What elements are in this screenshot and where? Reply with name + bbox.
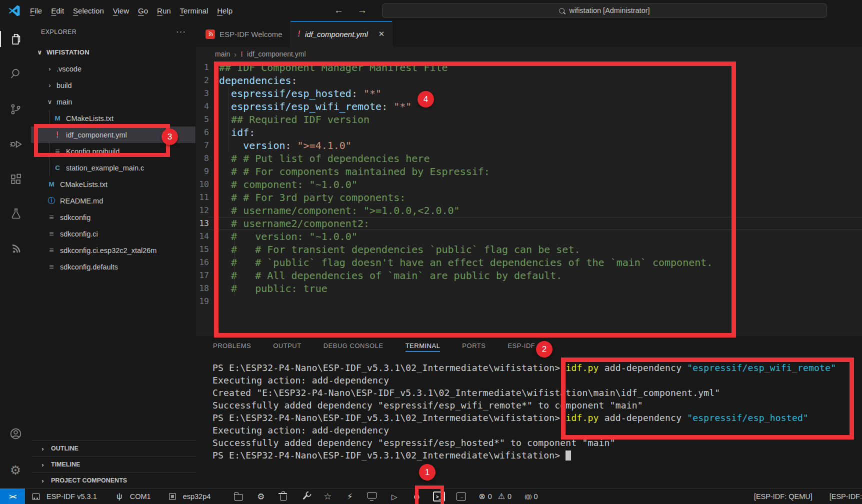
tree-root-label: WIFISTATION (46, 48, 90, 56)
status-open-window-icon[interactable]: → (454, 490, 468, 503)
status-warnings[interactable]: ⚠0 (498, 492, 512, 500)
tree-file-sdkconfig-defaults[interactable]: ≡sdkconfig.defaults (31, 258, 196, 275)
panel-tab-output[interactable]: OUTPUT (273, 336, 301, 354)
status-monitor-icon[interactable] (366, 490, 378, 503)
activity-files-icon[interactable] (0, 27, 31, 51)
status-label: esp32p4 (183, 492, 211, 500)
panel-tab-terminal[interactable]: TERMINAL (406, 336, 440, 354)
tree-folder-build[interactable]: ›build (31, 77, 196, 94)
status-star-icon[interactable]: ☆ (321, 490, 334, 503)
menu-edit[interactable]: Edit (46, 6, 68, 15)
activity-account-icon[interactable] (0, 422, 31, 446)
panel-tab-esp-idf[interactable]: ESP-IDF (508, 336, 535, 354)
tab-label: ESP-IDF Welcome (220, 30, 282, 38)
cmake-file-icon: M (53, 114, 62, 122)
esp-idf-status-clipped[interactable]: [ESP-IDF: (830, 492, 862, 500)
status-folder-icon[interactable] (232, 490, 245, 503)
status-gear-icon[interactable]: ⚙ (254, 490, 268, 503)
config-file-icon: ≡ (47, 213, 56, 222)
breadcrumb-file[interactable]: idf_component.yml (247, 50, 306, 58)
tree-folder--vscode[interactable]: ›.vscode (31, 60, 196, 77)
activity-testing-icon[interactable] (0, 202, 31, 226)
sidebar-title: EXPLORER (41, 28, 76, 36)
line-number: 19 (196, 295, 209, 308)
tree-root-wifistation[interactable]: ∨WIFISTATION (31, 44, 196, 60)
yaml-warning-icon: ! (240, 50, 243, 58)
menu-view[interactable]: View (108, 6, 134, 15)
menu-file[interactable]: File (26, 6, 46, 15)
line-number: 8 (196, 152, 209, 165)
esp-idf-qemu-status[interactable]: [ESP-IDF: QEMU] (754, 492, 812, 500)
line-number: 12 (196, 204, 209, 217)
tree-file-sdkconfig-ci-esp32c2-xtal26m[interactable]: ≡sdkconfig.ci.esp32c2_xtal26m (31, 242, 196, 258)
status-esp-idf-version[interactable]: ESP-IDF v5.3.1 (25, 490, 102, 503)
menu-bar: FileEditSelectionViewGoRunTerminalHelp (26, 6, 237, 15)
section-timeline[interactable]: › TIMELINE (31, 456, 196, 472)
status-device-target[interactable]: esp32p4 (162, 490, 216, 503)
activity-espressif-icon[interactable] (0, 237, 31, 261)
tab-idf-component-yml[interactable]: ! idf_component.yml ✕ (290, 21, 393, 48)
remote-indicator[interactable]: >< (0, 488, 25, 504)
status-left-items: ESP-IDF v5.3.1ψCOM1esp32p4⚙☆⚡▷>_→⊗0⚠0((|… (25, 490, 538, 503)
close-icon[interactable]: ✕ (378, 30, 385, 38)
section-label: TIMELINE (51, 461, 80, 468)
panel-tab-debug-console[interactable]: DEBUG CONSOLE (324, 336, 384, 354)
forward-arrow-icon[interactable]: → (358, 5, 367, 16)
status-count: 0 (534, 492, 538, 500)
menu-selection[interactable]: Selection (68, 6, 108, 15)
tab-label: idf_component.yml (305, 30, 368, 38)
tree-file-sdkconfig[interactable]: ≡sdkconfig (31, 209, 196, 226)
info-file-icon: ⓘ (47, 196, 56, 206)
tree-file-readme-md[interactable]: ⓘREADME.md (31, 192, 196, 209)
config-file-icon: ≡ (47, 230, 56, 238)
title-bar: FileEditSelectionViewGoRunTerminalHelp ←… (0, 0, 862, 22)
line-number: 11 (196, 191, 209, 204)
line-number: 15 (196, 243, 209, 256)
chevron-right-icon: › (46, 82, 54, 89)
activity-extensions-icon[interactable] (0, 167, 31, 191)
warnings-icon: ⚠ (498, 492, 505, 500)
breadcrumb-folder[interactable]: main (215, 50, 230, 58)
section-project-components[interactable]: › PROJECT COMPONENTS (31, 472, 196, 488)
activity-search-icon[interactable] (0, 62, 31, 86)
more-actions-icon[interactable]: ··· (176, 27, 186, 37)
terminal-cursor (566, 450, 571, 460)
serial-port-icon: ψ (113, 490, 126, 503)
line-number: 6 (196, 126, 209, 139)
tree-item-label: CMakeLists.txt (66, 114, 114, 122)
menu-run[interactable]: Run (152, 6, 176, 15)
status-bolt-icon[interactable]: ⚡ (344, 490, 356, 503)
section-outline[interactable]: › OUTLINE (31, 440, 196, 456)
yaml-warning-icon: ! (298, 30, 300, 38)
command-center-search[interactable]: wifistation [Administrator] (382, 4, 827, 18)
activity-run-debug-icon[interactable] (0, 132, 31, 156)
annotation-box-explorer-file (34, 124, 170, 157)
status-errors[interactable]: ⊗0 (478, 492, 492, 500)
menu-terminal[interactable]: Terminal (176, 6, 213, 15)
annotation-box-editor (214, 62, 736, 338)
section-label: PROJECT COMPONENTS (51, 477, 127, 484)
tab-esp-idf-welcome[interactable]: ESP-IDF Welcome (198, 21, 290, 47)
status-label: ESP-IDF v5.3.1 (46, 492, 97, 500)
status-serial-port[interactable]: ψCOM1 (108, 490, 156, 503)
activity-source-control-icon[interactable] (0, 97, 31, 121)
activity-settings-icon[interactable]: ⚙ (0, 458, 31, 482)
panel-tab-ports[interactable]: PORTS (462, 336, 486, 354)
errors-icon: ⊗ (478, 492, 485, 500)
tree-folder-main[interactable]: ∨main (31, 94, 196, 110)
tree-file-station-example-main-c[interactable]: Cstation_example_main.c (31, 160, 196, 176)
status-radio-tower[interactable]: ((|))0 (524, 492, 538, 500)
menu-go[interactable]: Go (134, 6, 152, 15)
tree-file-cmakelists-txt[interactable]: MCMakeLists.txt (31, 176, 196, 192)
menu-help[interactable]: Help (212, 6, 237, 15)
line-number: 5 (196, 113, 209, 126)
status-trash-icon[interactable] (276, 490, 290, 503)
breadcrumb: main › ! idf_component.yml (196, 47, 862, 61)
tree-file-sdkconfig-ci[interactable]: ≡sdkconfig.ci (31, 226, 196, 242)
panel-tab-problems[interactable]: PROBLEMS (213, 336, 251, 354)
status-wrench-icon[interactable] (299, 490, 312, 503)
tree-item-label: station_example_main.c (66, 164, 144, 172)
back-arrow-icon[interactable]: ← (334, 5, 344, 16)
status-right-items: [ESP-IDF: QEMU] [ESP-IDF: (754, 492, 862, 500)
status-debug-play-icon[interactable]: ▷ (388, 490, 401, 503)
